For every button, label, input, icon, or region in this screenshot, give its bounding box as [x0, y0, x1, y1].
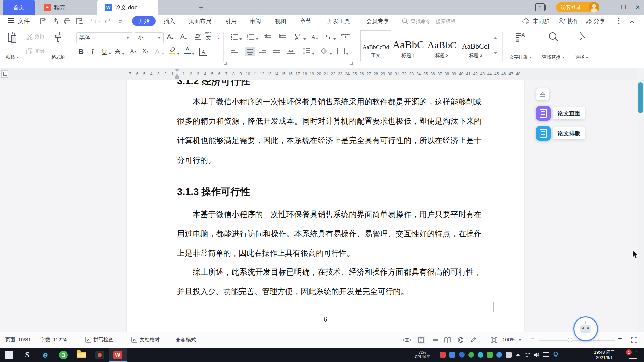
- bold-button[interactable]: B: [78, 48, 84, 56]
- page-view-icon[interactable]: [417, 336, 425, 344]
- line-spacing-button[interactable]: [303, 48, 311, 54]
- menu-tab-home-start[interactable]: 开始: [132, 16, 156, 26]
- increase-indent-button[interactable]: [279, 34, 286, 40]
- taskbar-ie-icon[interactable]: e: [36, 348, 54, 362]
- number-list-button[interactable]: 123: [247, 34, 254, 40]
- text-effects-button[interactable]: A: [155, 48, 159, 55]
- align-center-button[interactable]: [245, 47, 255, 56]
- menu-tab-dev-tools[interactable]: 开发工具: [327, 17, 350, 25]
- cut-button[interactable]: 剪切: [26, 34, 44, 40]
- taskbar-explorer-icon[interactable]: [72, 348, 91, 362]
- menu-tab-member[interactable]: 会员专享: [366, 17, 389, 25]
- share-label[interactable]: 分享: [594, 17, 605, 25]
- collaborate-icon[interactable]: [558, 18, 566, 26]
- restore-button[interactable]: ❐: [619, 3, 629, 12]
- paragraph-marks-button[interactable]: [325, 33, 332, 40]
- word-count[interactable]: 字数: 11224: [40, 337, 67, 343]
- command-search[interactable]: [402, 17, 482, 25]
- guest-login-button[interactable]: 访客登录: [556, 2, 599, 12]
- tray-icon-bluetooth[interactable]: [496, 352, 502, 358]
- fit-page-icon[interactable]: [490, 336, 498, 344]
- paper-check-button[interactable]: 论文查重: [553, 107, 585, 119]
- font-color-button[interactable]: A: [184, 47, 191, 54]
- tray-expand-icon[interactable]: [516, 354, 520, 356]
- left-indent-marker[interactable]: [175, 77, 179, 79]
- zoom-out-button[interactable]: −: [531, 335, 535, 343]
- tab-selector-icon[interactable]: [1, 70, 8, 78]
- increase-font-icon[interactable]: A+: [167, 33, 173, 40]
- shading-dropdown-icon[interactable]: [329, 53, 332, 55]
- taskbar-wps-icon[interactable]: W: [109, 348, 127, 362]
- borders-button[interactable]: [337, 48, 345, 54]
- more-options-icon[interactable]: [618, 17, 620, 26]
- undo-dropdown-icon[interactable]: [98, 21, 101, 22]
- menu-tab-view[interactable]: 视图: [275, 17, 286, 25]
- align-right-button[interactable]: [259, 48, 266, 54]
- spell-check-checkbox[interactable]: ✓: [85, 337, 91, 343]
- paragraph-marks-dropdown-icon[interactable]: [333, 38, 336, 40]
- tray-icon-shield[interactable]: [459, 352, 465, 358]
- style-heading2[interactable]: AaBbC 标题 2: [425, 30, 459, 61]
- strikethrough-dropdown-icon[interactable]: [122, 53, 125, 55]
- window-count-button[interactable]: 1: [535, 3, 545, 11]
- paper-layout-icon[interactable]: [536, 126, 551, 141]
- close-button[interactable]: ✕: [633, 3, 643, 12]
- wps-assistant-robot[interactable]: [573, 316, 598, 341]
- text-direction-button[interactable]: A: [311, 33, 319, 40]
- align-left-button[interactable]: [231, 48, 238, 54]
- underline-button[interactable]: U: [102, 48, 107, 55]
- scrollbar-thumb[interactable]: [638, 82, 643, 113]
- superscript-button[interactable]: X2: [130, 48, 136, 55]
- document-page[interactable]: 3.1.2 经济可行性 本基于微信小程序的一次性环保餐具销售系统采用的软件都是开…: [127, 80, 524, 332]
- select-button[interactable]: 选择: [571, 30, 592, 61]
- spell-check-label[interactable]: 拼写检查: [93, 337, 113, 343]
- undo-icon[interactable]: [89, 18, 97, 26]
- format-painter-button[interactable]: 格式刷: [48, 30, 69, 61]
- zoom-slider[interactable]: [539, 340, 615, 341]
- print-preview-icon[interactable]: [76, 18, 83, 26]
- quickbar-more-icon[interactable]: [118, 19, 123, 25]
- tray-icon-4[interactable]: [478, 352, 483, 358]
- menu-tab-references[interactable]: 引用: [225, 17, 237, 25]
- tray-icon-6[interactable]: [506, 352, 512, 358]
- font-size-combo[interactable]: 小二: [135, 32, 164, 43]
- borders-dropdown-icon[interactable]: [346, 53, 349, 55]
- proofread-label[interactable]: 文档校对: [140, 337, 160, 343]
- style-normal[interactable]: AaBbCcDd 正文: [360, 30, 391, 61]
- strikethrough-button[interactable]: A: [115, 48, 120, 55]
- page-indicator[interactable]: 页面: 10/31: [5, 337, 31, 343]
- font-color-dropdown-icon[interactable]: [192, 53, 195, 55]
- minimize-button[interactable]: —: [604, 3, 614, 12]
- taskbar-app-dark-icon[interactable]: [91, 348, 109, 362]
- bullet-dropdown-icon[interactable]: [239, 38, 242, 40]
- collaborate-label[interactable]: 协作: [567, 17, 579, 25]
- redo-icon[interactable]: [105, 18, 112, 26]
- gallery-down-icon[interactable]: [494, 52, 497, 54]
- zoom-in-button[interactable]: +: [618, 335, 622, 343]
- font-name-combo[interactable]: 黑体: [76, 32, 132, 43]
- first-line-indent-marker[interactable]: [175, 69, 179, 72]
- cloud-sync-icon[interactable]: [522, 18, 531, 26]
- hanging-indent-marker[interactable]: [175, 74, 179, 77]
- export-icon[interactable]: [52, 18, 59, 26]
- print-icon[interactable]: [64, 18, 71, 26]
- start-button[interactable]: [0, 348, 18, 362]
- horizontal-ruler[interactable]: 7654321 12345678910111213141516171819202…: [0, 68, 637, 80]
- highlight-dropdown-icon[interactable]: [177, 53, 180, 55]
- menu-tab-insert[interactable]: 插入: [164, 17, 175, 25]
- menu-tab-review[interactable]: 审阅: [250, 17, 261, 25]
- character-border-button[interactable]: A: [199, 48, 207, 56]
- paste-button[interactable]: 粘贴: [3, 30, 22, 61]
- font-group-expand-icon[interactable]: [224, 62, 227, 65]
- find-replace-button[interactable]: 查找替换: [539, 30, 568, 61]
- sync-status-label[interactable]: 未同步: [533, 17, 550, 25]
- hamburger-icon[interactable]: [8, 18, 15, 24]
- menu-tab-section[interactable]: 章节: [300, 17, 311, 25]
- bullet-list-button[interactable]: [231, 34, 238, 40]
- zoom-slider-thumb[interactable]: [568, 338, 572, 342]
- menu-file[interactable]: 文件: [18, 17, 30, 25]
- volume-icon[interactable]: [533, 352, 539, 359]
- wifi-icon[interactable]: [524, 352, 530, 357]
- read-view-icon[interactable]: [443, 336, 452, 344]
- line-spacing-dropdown-icon[interactable]: [312, 53, 315, 55]
